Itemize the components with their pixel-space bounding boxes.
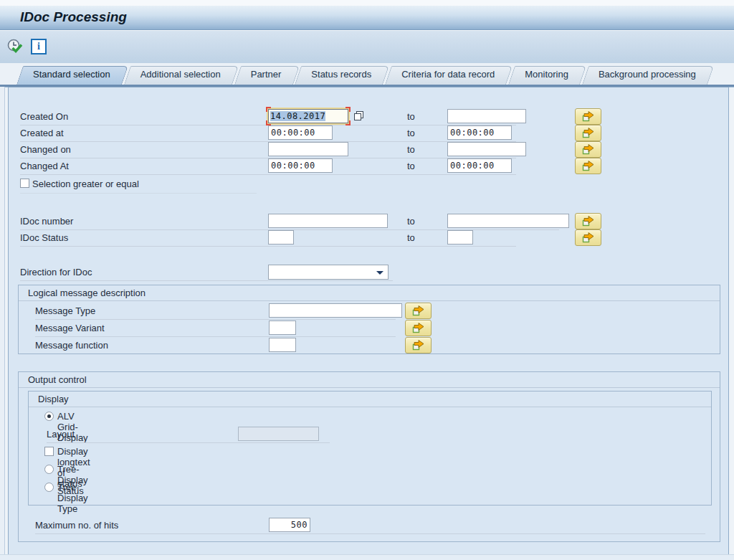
changed-at-to-field[interactable] bbox=[447, 158, 512, 173]
tree-type-radio[interactable] bbox=[44, 483, 54, 492]
logical-message-group: Logical message description Message Type… bbox=[18, 285, 720, 354]
changed-at-label: Changed At bbox=[20, 161, 69, 171]
tree-status-radio[interactable] bbox=[44, 465, 54, 474]
row-message-function: Message function bbox=[35, 337, 396, 353]
idoc-number-from-field[interactable] bbox=[268, 214, 388, 228]
display-group-header: Display bbox=[29, 391, 711, 407]
tab-label: Criteria for data record bbox=[401, 69, 495, 80]
row-message-type: Message Type bbox=[35, 303, 396, 320]
row-direction: Direction for IDoc bbox=[20, 264, 393, 281]
alv-grid-radio[interactable] bbox=[44, 412, 54, 421]
tab-label: Monitoring bbox=[525, 69, 568, 80]
idoc-status-from-field[interactable] bbox=[268, 230, 294, 245]
tab-background-processing[interactable]: Background processing bbox=[581, 66, 707, 87]
layout-field[interactable] bbox=[238, 427, 319, 441]
message-function-multi-select-button[interactable] bbox=[405, 337, 432, 353]
longtext-checkbox[interactable] bbox=[44, 447, 54, 456]
tab-label: Partner bbox=[251, 69, 282, 80]
left-edge-strip bbox=[0, 87, 5, 560]
row-created-at: Created at to bbox=[20, 125, 516, 142]
created-on-to-field[interactable] bbox=[447, 109, 526, 123]
message-type-field[interactable] bbox=[269, 303, 402, 318]
idoc-number-label: IDoc number bbox=[20, 216, 73, 227]
created-at-from-field[interactable] bbox=[268, 125, 333, 140]
row-max-hits: Maximum no. of hits bbox=[35, 517, 705, 534]
created-on-from-field[interactable]: 14.08.2017 bbox=[268, 109, 348, 123]
tab-monitoring[interactable]: Monitoring bbox=[507, 66, 579, 87]
execute-button[interactable] bbox=[6, 38, 24, 55]
tab-partner[interactable]: Partner bbox=[234, 66, 292, 87]
multi-select-arrow-icon bbox=[412, 305, 424, 316]
to-label: to bbox=[407, 161, 415, 171]
max-hits-label: Maximum no. of hits bbox=[35, 520, 118, 531]
message-variant-field[interactable] bbox=[269, 321, 296, 335]
message-variant-label: Message Variant bbox=[35, 323, 105, 333]
tab-criteria-for-data-record[interactable]: Criteria for data record bbox=[384, 66, 505, 87]
idoc-number-multi-select-button[interactable] bbox=[575, 213, 601, 229]
output-control-group-title: Output control bbox=[28, 374, 87, 385]
idoc-status-multi-select-button[interactable] bbox=[575, 229, 601, 246]
message-type-label: Message Type bbox=[35, 305, 95, 316]
created-on-label: Created On bbox=[20, 111, 68, 122]
output-control-group: Output control Display ALV Grid-Display … bbox=[18, 371, 720, 542]
to-label: to bbox=[407, 232, 415, 243]
tab-label: Status records bbox=[311, 69, 371, 80]
window-bottom-edge bbox=[0, 554, 734, 560]
multi-select-arrow-icon bbox=[582, 161, 594, 171]
multi-select-arrow-icon bbox=[412, 340, 424, 351]
message-function-field[interactable] bbox=[269, 338, 296, 352]
page-title: IDoc Processing bbox=[20, 9, 127, 25]
changed-at-multi-select-button[interactable] bbox=[575, 158, 601, 174]
max-hits-field[interactable] bbox=[269, 518, 310, 532]
created-on-from-value: 14.08.2017 bbox=[270, 111, 325, 121]
output-control-group-header: Output control bbox=[19, 372, 720, 388]
sap-window: IDoc Processing i Standard selection Add… bbox=[0, 0, 734, 560]
changed-on-multi-select-button[interactable] bbox=[575, 141, 601, 158]
to-label: to bbox=[407, 128, 415, 138]
direction-label: Direction for IDoc bbox=[20, 267, 92, 277]
tab-label: Background processing bbox=[599, 69, 696, 80]
row-changed-on: Changed on to bbox=[20, 141, 516, 158]
created-at-multi-select-button[interactable] bbox=[575, 125, 601, 141]
idoc-number-to-field[interactable] bbox=[447, 214, 569, 228]
changed-at-from-field[interactable] bbox=[268, 158, 333, 173]
date-matchcode-icon[interactable] bbox=[353, 110, 365, 124]
row-created-on: Created On 14.08.2017 to bbox=[20, 108, 516, 125]
direction-dropdown[interactable] bbox=[268, 265, 389, 280]
tab-label: Additional selection bbox=[140, 69, 221, 80]
application-toolbar: i bbox=[0, 30, 734, 64]
row-idoc-number: IDoc number to bbox=[20, 213, 559, 230]
to-label: to bbox=[407, 111, 415, 122]
created-at-label: Created at bbox=[20, 128, 64, 138]
logical-message-group-title: Logical message description bbox=[28, 288, 146, 298]
multi-select-arrow-icon bbox=[412, 323, 424, 333]
layout-label: Layout bbox=[47, 429, 75, 440]
created-on-multi-select-button[interactable] bbox=[575, 108, 601, 125]
idoc-status-to-field[interactable] bbox=[447, 230, 473, 245]
changed-on-from-field[interactable] bbox=[268, 142, 348, 156]
message-function-label: Message function bbox=[35, 340, 108, 351]
idoc-status-label: IDoc Status bbox=[20, 232, 68, 243]
row-layout: Layout bbox=[47, 426, 330, 443]
tree-type-label: Tree-Display Type bbox=[57, 482, 88, 514]
tab-status-records[interactable]: Status records bbox=[294, 66, 382, 87]
row-changed-at: Changed At to bbox=[20, 158, 516, 175]
changed-on-to-field[interactable] bbox=[447, 142, 526, 156]
tab-additional-selection[interactable]: Additional selection bbox=[123, 66, 232, 87]
multi-select-arrow-icon bbox=[582, 216, 594, 227]
display-group: Display ALV Grid-Display Layout Display … bbox=[28, 391, 712, 506]
row-message-variant: Message Variant bbox=[35, 320, 396, 337]
information-button[interactable]: i bbox=[30, 38, 47, 55]
selection-greater-label: Selection greater or equal bbox=[32, 179, 139, 189]
created-at-to-field[interactable] bbox=[447, 125, 512, 140]
message-type-multi-select-button[interactable] bbox=[405, 303, 432, 319]
changed-on-label: Changed on bbox=[20, 144, 71, 155]
to-label: to bbox=[407, 144, 415, 155]
tab-standard-selection[interactable]: Standard selection bbox=[16, 66, 121, 87]
execute-clock-check-icon bbox=[6, 38, 24, 55]
message-variant-multi-select-button[interactable] bbox=[405, 320, 432, 336]
multi-select-arrow-icon bbox=[582, 128, 594, 138]
to-label: to bbox=[407, 216, 415, 227]
logical-message-group-header: Logical message description bbox=[19, 285, 720, 301]
selection-greater-checkbox[interactable] bbox=[20, 179, 29, 188]
